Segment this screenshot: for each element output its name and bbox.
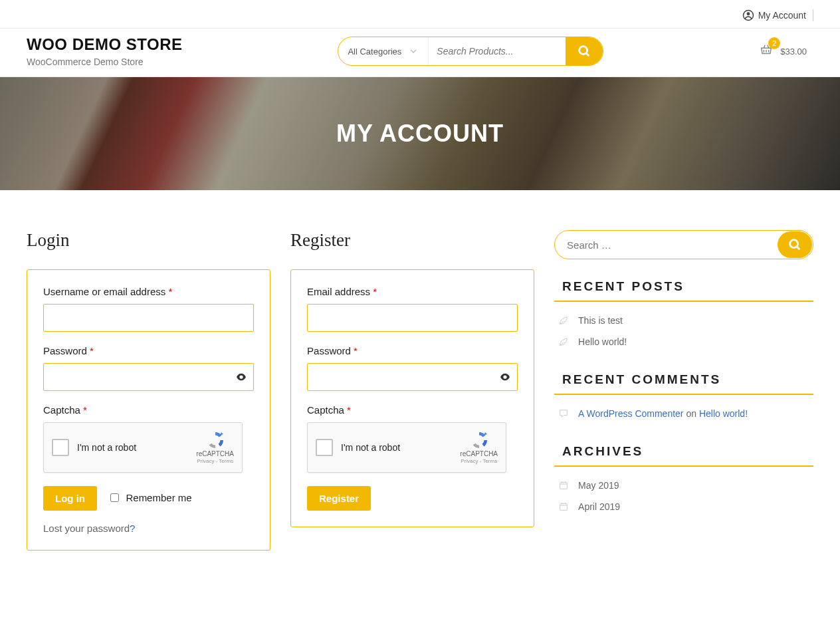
category-dropdown[interactable]: All Categories xyxy=(338,37,429,65)
sidebar-search-input[interactable] xyxy=(554,230,813,259)
svg-line-3 xyxy=(586,53,589,56)
email-field[interactable] xyxy=(307,304,518,332)
list-item[interactable]: Hello world! xyxy=(554,331,813,352)
lost-password-link[interactable]: Lost your password? xyxy=(43,523,254,534)
topbar: My Account xyxy=(0,0,840,29)
comment-author-link[interactable]: A WordPress Commenter xyxy=(578,408,683,419)
recent-comments-title: RECENT COMMENTS xyxy=(554,372,813,395)
register-password-label: Password * xyxy=(307,345,518,356)
recaptcha-text: I'm not a robot xyxy=(341,442,452,453)
login-button[interactable]: Log in xyxy=(43,486,97,511)
archives-widget: ARCHIVES May 2019 April 2019 xyxy=(554,444,813,517)
search-wrap: All Categories xyxy=(209,37,733,66)
register-column: Register Email address * Password * Capt… xyxy=(290,230,534,551)
recaptcha-logo: reCAPTCHA Privacy - Terms xyxy=(196,430,234,465)
login-heading: Login xyxy=(27,230,270,251)
calendar-icon xyxy=(558,501,569,512)
register-recaptcha[interactable]: I'm not a robot reCAPTCHA Privacy - Term… xyxy=(307,422,506,473)
svg-rect-11 xyxy=(560,482,568,489)
recent-comments-list: A WordPress Commenter on Hello world! xyxy=(554,403,813,424)
leaf-icon xyxy=(558,336,569,347)
register-button[interactable]: Register xyxy=(307,486,371,511)
svg-marker-7 xyxy=(220,432,223,436)
sidebar-search-button[interactable] xyxy=(778,231,812,258)
login-column: Login Username or email address * Passwo… xyxy=(27,230,270,551)
comment-post-link[interactable]: Hello world! xyxy=(699,408,748,419)
recaptcha-icon xyxy=(469,430,489,450)
magnifier-icon xyxy=(577,44,591,59)
login-recaptcha[interactable]: I'm not a robot reCAPTCHA Privacy - Term… xyxy=(43,422,243,473)
register-captcha-label: Captcha * xyxy=(307,404,518,416)
recent-comments-widget: RECENT COMMENTS A WordPress Commenter on… xyxy=(554,372,813,424)
sidebar: RECENT POSTS This is test Hello world! R… xyxy=(554,230,813,551)
user-circle-icon xyxy=(742,9,754,21)
content: Login Username or email address * Passwo… xyxy=(0,190,840,577)
register-password-field[interactable] xyxy=(307,363,518,391)
list-item[interactable]: May 2019 xyxy=(554,475,813,496)
magnifier-icon xyxy=(788,237,802,252)
cart[interactable]: 2 $33.00 xyxy=(759,43,813,60)
search-pill: All Categories xyxy=(338,37,603,66)
cart-count-badge: 2 xyxy=(768,37,780,49)
login-password-wrap xyxy=(43,363,254,391)
svg-line-10 xyxy=(797,247,799,249)
recaptcha-checkbox[interactable] xyxy=(316,439,333,456)
email-label: Email address * xyxy=(307,286,518,297)
hero-banner: MY ACCOUNT xyxy=(0,77,840,190)
comment-line: A WordPress Commenter on Hello world! xyxy=(578,408,748,419)
remember-wrap[interactable]: Remember me xyxy=(110,492,191,503)
archives-title: ARCHIVES xyxy=(554,444,813,467)
brand[interactable]: WOO DEMO STORE WooCommerce Demo Store xyxy=(27,35,183,67)
svg-marker-8 xyxy=(484,432,487,436)
svg-point-9 xyxy=(790,240,798,248)
recent-posts-title: RECENT POSTS xyxy=(554,279,813,302)
chevron-down-icon xyxy=(408,46,419,57)
sidebar-search xyxy=(554,230,813,259)
register-heading: Register xyxy=(290,230,534,251)
list-item[interactable]: This is test xyxy=(554,310,813,331)
recent-posts-widget: RECENT POSTS This is test Hello world! xyxy=(554,279,813,352)
recaptcha-text: I'm not a robot xyxy=(77,442,188,453)
recent-posts-list: This is test Hello world! xyxy=(554,310,813,352)
recaptcha-logo: reCAPTCHA Privacy - Terms xyxy=(460,430,498,465)
login-password-field[interactable] xyxy=(43,363,254,391)
cart-total: $33.00 xyxy=(780,47,807,57)
search-input[interactable] xyxy=(429,37,566,65)
category-label: All Categories xyxy=(348,47,401,57)
brand-title: WOO DEMO STORE xyxy=(27,35,183,54)
svg-point-2 xyxy=(579,47,587,55)
eye-icon[interactable] xyxy=(235,371,247,383)
eye-icon[interactable] xyxy=(499,371,511,383)
page-title: MY ACCOUNT xyxy=(336,120,504,148)
login-captcha-label: Captcha * xyxy=(43,404,254,416)
register-password-wrap xyxy=(307,363,518,391)
remember-checkbox[interactable] xyxy=(110,493,119,502)
leaf-icon xyxy=(558,315,569,326)
header: WOO DEMO STORE WooCommerce Demo Store Al… xyxy=(0,29,840,77)
login-form: Username or email address * Password * C… xyxy=(27,269,270,551)
login-password-label: Password * xyxy=(43,345,254,356)
comment-icon xyxy=(558,408,569,419)
svg-rect-15 xyxy=(560,503,568,510)
recaptcha-icon xyxy=(205,430,225,450)
list-item: A WordPress Commenter on Hello world! xyxy=(554,403,813,424)
my-account-label: My Account xyxy=(758,10,806,21)
svg-point-1 xyxy=(746,12,750,15)
search-button[interactable] xyxy=(566,37,603,65)
brand-subtitle: WooCommerce Demo Store xyxy=(27,57,183,67)
remember-label: Remember me xyxy=(126,492,191,503)
my-account-link[interactable]: My Account xyxy=(742,9,813,21)
archives-list: May 2019 April 2019 xyxy=(554,475,813,517)
calendar-icon xyxy=(558,480,569,491)
username-label: Username or email address * xyxy=(43,286,254,297)
register-form: Email address * Password * Captcha * I'm… xyxy=(290,269,534,527)
username-field[interactable] xyxy=(43,304,254,332)
cart-icon-wrap: 2 xyxy=(759,43,774,60)
recaptcha-checkbox[interactable] xyxy=(52,439,69,456)
list-item[interactable]: April 2019 xyxy=(554,496,813,517)
